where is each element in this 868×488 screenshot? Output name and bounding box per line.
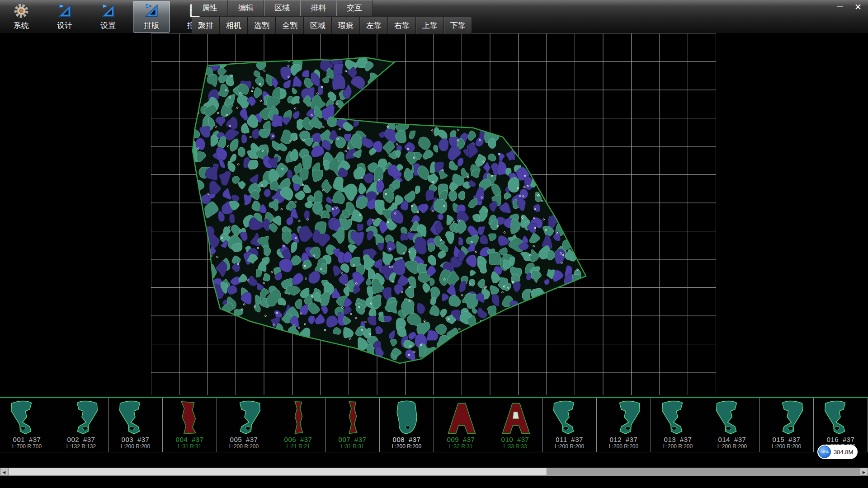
- menu-area: 属性编辑区域排料交互 聚排相机选割全割区域瑕疵左靠右靠上靠下靠: [192, 0, 472, 34]
- piece-shape: [817, 399, 865, 436]
- application-window: 系统设计设置排版报表 属性编辑区域排料交互 聚排相机选割全割区域瑕疵左靠右靠上靠…: [0, 0, 868, 488]
- menu-tab-row: 属性编辑区域排料交互: [192, 0, 472, 16]
- thumbnail-item[interactable]: 005_#37L:200 R:200: [217, 398, 271, 452]
- piece-size-label: L:200 R:200: [555, 443, 584, 450]
- piece-shape: [491, 399, 539, 436]
- status-badge: 38% 384.8M: [817, 445, 858, 459]
- toolbar-button-system[interactable]: 系统: [3, 1, 40, 33]
- piece-shape: [600, 399, 648, 436]
- thumbnail-item[interactable]: 015_#37L:200 R:200: [760, 398, 814, 452]
- setsquare-icon: [143, 3, 160, 19]
- thumbnail-item[interactable]: 009_#37L:32 R:31: [434, 398, 488, 452]
- memory-usage-label: 384.8M: [834, 449, 853, 455]
- toolbar-button-settings[interactable]: 设置: [90, 1, 127, 33]
- tool-button-align-left[interactable]: 左靠: [360, 17, 388, 34]
- toolbar-button-label: 排版: [144, 20, 159, 31]
- toolbar-button-design[interactable]: 设计: [46, 1, 83, 33]
- minimize-button[interactable]: ─: [835, 1, 845, 12]
- thumbnail-item[interactable]: 013_#37L:200 R:200: [651, 398, 705, 452]
- piece-shape: [708, 399, 756, 436]
- thumbnail-item[interactable]: 006_#37L:21 R:21: [271, 398, 326, 452]
- piece-size-label: L:132 R:132: [66, 443, 96, 450]
- menu-tab-interact[interactable]: 交互: [336, 0, 373, 16]
- tool-button-align-right[interactable]: 右靠: [388, 17, 416, 34]
- piece-label: 009_#37: [447, 436, 475, 443]
- thumbnail-item[interactable]: 001_#37L:700 R:700: [0, 398, 54, 452]
- piece-shape: [220, 399, 268, 436]
- piece-shape: [166, 399, 214, 436]
- piece-size-label: L:32 R:31: [449, 443, 472, 450]
- toolbar-button-label: 设置: [100, 20, 116, 31]
- piece-label: 006_#37: [284, 436, 312, 443]
- tool-button-select-cut[interactable]: 选割: [248, 17, 276, 34]
- thumbnail-item[interactable]: 010_#37L:33 R:33: [488, 398, 542, 452]
- scrollbar-thumb[interactable]: [8, 468, 547, 476]
- tool-button-camera[interactable]: 相机: [220, 17, 248, 34]
- progress-indicator: 38%: [818, 446, 831, 458]
- piece-size-label: L:200 R:200: [663, 443, 693, 450]
- close-button[interactable]: ✕: [853, 1, 863, 12]
- tool-button-defect[interactable]: 瑕疵: [332, 17, 360, 34]
- menu-tab-edit[interactable]: 编辑: [228, 0, 264, 16]
- setsquare-icon: [100, 3, 116, 19]
- thumbnail-item[interactable]: 011_#37L:200 R:200: [542, 398, 597, 452]
- nesting-canvas[interactable]: [151, 33, 716, 395]
- piece-label: 005_#37: [230, 436, 258, 443]
- app-mode-buttons: 系统设计设置排版报表: [3, 1, 213, 33]
- tool-button-cluster-nest[interactable]: 聚排: [192, 17, 220, 34]
- piece-label: 004_#37: [176, 436, 204, 443]
- thumbnail-item[interactable]: 004_#37L:31 R:31: [163, 398, 217, 452]
- piece-size-label: L:200 R:200: [229, 443, 259, 450]
- setsquare-icon: [57, 3, 73, 19]
- horizontal-scrollbar[interactable]: ◄ ►: [0, 468, 868, 476]
- thumbnail-item[interactable]: 002_#37L:132 R:132: [54, 398, 108, 452]
- menu-tab-properties[interactable]: 属性: [192, 0, 228, 16]
- piece-shape: [763, 399, 811, 436]
- piece-size-label: L:200 R:200: [121, 443, 150, 450]
- piece-shape: [112, 399, 160, 436]
- thumbnail-item[interactable]: 016_#37L:200 R:200: [814, 398, 868, 452]
- piece-label: 012_#37: [610, 436, 638, 443]
- menu-tab-region[interactable]: 区域: [264, 0, 300, 16]
- piece-shape: [3, 399, 51, 436]
- piece-label: 008_#37: [393, 436, 421, 443]
- pieces-strip: 001_#37L:700 R:700002_#37L:132 R:132003_…: [0, 397, 868, 452]
- window-controls: ─ ✕: [835, 1, 863, 12]
- nesting-workspace[interactable]: [151, 33, 716, 395]
- thumbnail-item[interactable]: 007_#37L:31 R:31: [326, 398, 380, 452]
- piece-shape: [274, 399, 322, 436]
- piece-label: 010_#37: [501, 436, 529, 443]
- piece-label: 011_#37: [556, 436, 583, 443]
- toolbar-button-label: 系统: [14, 20, 29, 31]
- gear-icon: [13, 3, 29, 19]
- piece-label: 016_#37: [827, 436, 855, 443]
- scroll-right-arrow-icon[interactable]: ►: [860, 468, 868, 476]
- thumbnail-item[interactable]: 008_#37L:200 R:200: [380, 398, 434, 452]
- piece-size-label: L:21 R:21: [286, 443, 310, 450]
- piece-shape: [57, 399, 105, 436]
- piece-label: 002_#37: [67, 436, 95, 443]
- piece-label: 003_#37: [122, 436, 150, 443]
- tool-button-row: 聚排相机选割全割区域瑕疵左靠右靠上靠下靠: [192, 17, 472, 34]
- toolbar-button-layout[interactable]: 排版: [133, 1, 170, 33]
- thumbnail-item[interactable]: 012_#37L:200 R:200: [597, 398, 651, 452]
- piece-label: 001_#37: [13, 436, 41, 443]
- thumbnail-item[interactable]: 003_#37L:200 R:200: [108, 398, 163, 452]
- piece-size-label: L:200 R:200: [772, 443, 801, 450]
- tool-button-zone[interactable]: 区域: [304, 17, 332, 34]
- top-toolbar: 系统设计设置排版报表 属性编辑区域排料交互 聚排相机选割全割区域瑕疵左靠右靠上靠…: [0, 0, 868, 33]
- tool-button-cut-all[interactable]: 全割: [276, 17, 304, 34]
- piece-shape: [654, 399, 702, 436]
- scroll-left-arrow-icon[interactable]: ◄: [0, 468, 8, 476]
- menu-tab-nesting[interactable]: 排料: [300, 0, 336, 16]
- piece-shape: [437, 399, 485, 436]
- piece-size-label: L:200 R:200: [717, 443, 747, 450]
- piece-label: 013_#37: [664, 436, 692, 443]
- piece-shape: [329, 399, 377, 436]
- thumbnail-item[interactable]: 014_#37L:200 R:200: [705, 398, 760, 452]
- piece-size-label: L:31 R:31: [178, 443, 201, 450]
- piece-shape: [383, 399, 431, 436]
- toolbar-button-label: 设计: [57, 20, 72, 31]
- tool-button-align-top[interactable]: 上靠: [416, 17, 444, 34]
- tool-button-align-bottom[interactable]: 下靠: [444, 17, 472, 34]
